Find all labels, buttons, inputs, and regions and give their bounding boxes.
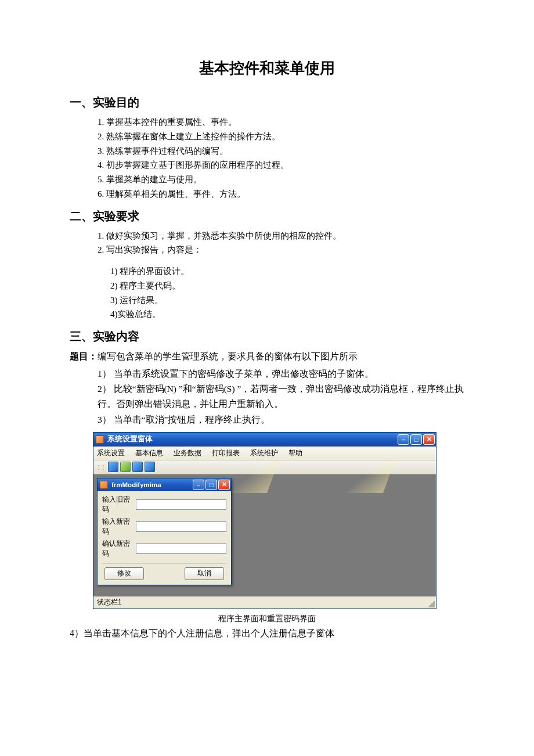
- child-close-button[interactable]: ✕: [218, 480, 230, 490]
- label-old-password: 输入旧密码: [102, 495, 134, 514]
- child-titlebar[interactable]: frmModifymima – □ ✕: [98, 478, 231, 491]
- section-1-head: 一、实验目的: [70, 95, 464, 110]
- form-row-confirm-password: 确认新密码: [102, 539, 226, 559]
- menu-bar: 系统设置 基本信息 业务数据 打印报表 系统维护 帮助: [93, 447, 436, 460]
- list-item: 1) 程序的界面设计。: [110, 264, 464, 279]
- figure-caption: 程序主界面和重置密码界面: [70, 614, 464, 624]
- list-item: 掌握菜单的建立与使用。: [98, 172, 464, 187]
- maximize-button[interactable]: □: [410, 434, 422, 445]
- child-maximize-button[interactable]: □: [205, 480, 217, 490]
- list-item: 熟练掌握事件过程代码的编写。: [98, 144, 464, 159]
- modify-button[interactable]: 修改: [104, 567, 144, 580]
- toolbar-grip-icon: ⋮⋮: [96, 464, 105, 470]
- toolbar-icon-4[interactable]: [145, 462, 155, 472]
- list-item: 2) 程序主要代码。: [110, 279, 464, 293]
- document-title: 基本控件和菜单使用: [70, 58, 464, 78]
- list-item: 2） 比较“新密码(N) ”和“新密码(S) ”，若两者一致，弹出密码修改成功消…: [98, 381, 464, 412]
- list-item: 3） 当单击“取消”按钮后，程序终止执行。: [98, 412, 464, 427]
- main-window-title: 系统设置窗体: [107, 434, 398, 444]
- form-row-old-password: 输入旧密码: [102, 495, 226, 514]
- minimize-button[interactable]: –: [398, 434, 409, 445]
- toolbar: ⋮⋮: [93, 460, 436, 474]
- list-item: 3) 运行结果。: [110, 293, 464, 308]
- menu-system-settings[interactable]: 系统设置: [97, 448, 125, 458]
- form-row-new-password: 输入新密码: [102, 517, 226, 537]
- input-new-password[interactable]: [136, 521, 226, 532]
- menu-business-data[interactable]: 业务数据: [174, 448, 201, 458]
- menu-print-report[interactable]: 打印报表: [212, 448, 240, 458]
- list-item: 理解菜单相关的属性、事件、方法。: [98, 187, 464, 201]
- list-item: 1） 当单击系统设置下的密码修改子菜单，弹出修改密码的子窗体。: [98, 366, 464, 381]
- step-4-text: 4）当单击基本信息下的个人注册信息，弹出个人注册信息子窗体: [70, 628, 464, 640]
- input-old-password[interactable]: [136, 499, 226, 510]
- status-bar: 状态栏1: [93, 596, 436, 609]
- child-minimize-button[interactable]: –: [193, 480, 204, 490]
- steps-list: 1） 当单击系统设置下的密码修改子菜单，弹出修改密码的子窗体。 2） 比较“新密…: [70, 366, 464, 427]
- child-window-title: frmModifymima: [111, 481, 193, 488]
- app-icon: [100, 481, 108, 489]
- document-page: 基本控件和菜单使用 一、实验目的 掌握基本控件的重要属性、事件。 熟练掌握在窗体…: [0, 0, 534, 675]
- status-text: 状态栏1: [97, 597, 122, 607]
- cancel-button[interactable]: 取消: [185, 567, 224, 580]
- section-2-sublist: 1) 程序的界面设计。 2) 程序主要代码。 3) 运行结果。 4)实验总结。: [70, 264, 464, 322]
- child-window-modify-password: frmModifymima – □ ✕ 输入旧密码 输入新密码: [97, 478, 232, 585]
- size-grip-icon[interactable]: [428, 600, 435, 607]
- label-confirm-password: 确认新密码: [102, 539, 134, 559]
- main-window: 系统设置窗体 – □ ✕ 系统设置 基本信息 业务数据 打印报表 系统维护 帮助…: [93, 432, 436, 609]
- topic-text: 编写包含菜单的学生管理系统，要求具备的窗体有以下图片所示: [98, 351, 358, 361]
- menu-system-maintenance[interactable]: 系统维护: [250, 448, 278, 458]
- toolbar-icon-1[interactable]: [108, 462, 118, 472]
- input-confirm-password[interactable]: [136, 543, 226, 554]
- main-titlebar[interactable]: 系统设置窗体 – □ ✕: [93, 433, 436, 447]
- toolbar-icon-3[interactable]: [132, 462, 143, 472]
- child-form-body: 输入旧密码 输入新密码 确认新密码 修改 取消: [98, 491, 231, 585]
- menu-help[interactable]: 帮助: [288, 448, 302, 458]
- toolbar-icon-2[interactable]: [120, 462, 131, 472]
- list-item: 做好实验预习，掌握，并熟悉本实验中所使用的相应的控件。: [98, 229, 464, 243]
- section-2-list: 做好实验预习，掌握，并熟悉本实验中所使用的相应的控件。 写出实验报告，内容是：: [70, 229, 464, 258]
- section-1-list: 掌握基本控件的重要属性、事件。 熟练掌握在窗体上建立上述控件的操作方法。 熟练掌…: [70, 115, 464, 201]
- list-item: 掌握基本控件的重要属性、事件。: [98, 115, 464, 129]
- mdi-client-area: frmModifymima – □ ✕ 输入旧密码 输入新密码: [93, 474, 436, 596]
- label-new-password: 输入新密码: [102, 517, 134, 537]
- app-icon: [96, 435, 104, 444]
- topic-line: 题目：编写包含菜单的学生管理系统，要求具备的窗体有以下图片所示: [70, 349, 464, 364]
- list-item: 熟练掌握在窗体上建立上述控件的操作方法。: [98, 129, 464, 144]
- menu-basic-info[interactable]: 基本信息: [135, 448, 163, 458]
- close-button[interactable]: ✕: [423, 434, 435, 445]
- section-3-head: 三、实验内容: [70, 329, 464, 344]
- topic-label: 题目：: [70, 351, 98, 361]
- section-2-head: 二、实验要求: [70, 208, 464, 224]
- list-item: 写出实验报告，内容是：: [98, 243, 464, 257]
- list-item: 4)实验总结。: [110, 307, 464, 322]
- button-row: 修改 取消: [102, 563, 226, 581]
- list-item: 初步掌握建立基于图形界面的应用程序的过程。: [98, 158, 464, 172]
